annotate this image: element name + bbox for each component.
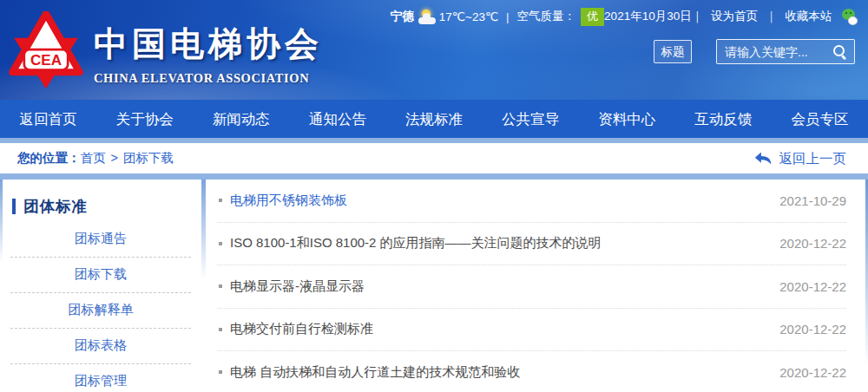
- weather-city: 宁德: [391, 9, 414, 24]
- nav-item-standards[interactable]: 法规标准: [385, 100, 482, 138]
- breadcrumb-current: 团标下载: [123, 151, 174, 165]
- back-arrow-icon: [754, 151, 773, 166]
- breadcrumb-home-link[interactable]: 首页: [81, 151, 106, 165]
- content-area: 团体标准 团标通告 团标下载 团标解释单 团标表格 团标管理 电梯用不锈钢装饰板…: [0, 180, 868, 392]
- nav-item-publicity[interactable]: 公共宣导: [483, 100, 579, 138]
- brand-block: 中国电梯协会 CHINA ELEVATOR ASSOCIATION: [94, 21, 323, 86]
- breadcrumb: 您的位置：首页>团标下载 返回上一页: [0, 143, 868, 173]
- sidebar-item-management[interactable]: 团标管理: [10, 364, 191, 392]
- search-category-button[interactable]: 标题: [654, 40, 692, 63]
- site-header: CEA 中国电梯协会 CHINA ELEVATOR ASSOCIATION 宁德…: [0, 0, 868, 100]
- search-icon[interactable]: [832, 43, 849, 61]
- divider-strip-bottom: [0, 173, 868, 180]
- list-item-title[interactable]: 电梯交付前自行检测标准: [230, 321, 373, 337]
- breadcrumb-separator: >: [111, 151, 118, 165]
- separator: ｜: [766, 9, 777, 24]
- sidebar-item-forms[interactable]: 团标表格: [10, 329, 191, 364]
- list-item-date: 2020-12-22: [762, 279, 846, 294]
- cea-star-icon: CEA: [7, 11, 85, 91]
- list-item[interactable]: 电梯显示器-液晶显示器 2020-12-22: [217, 265, 846, 309]
- standards-list: 电梯用不锈钢装饰板 2021-10-29 ISO 8100-1和ISO 8100…: [217, 180, 846, 392]
- current-date: 2021年10月30日｜: [604, 9, 703, 24]
- sidebar-title: 团体标准: [12, 196, 201, 217]
- set-homepage-link[interactable]: 设为首页: [711, 9, 758, 24]
- nav-item-notices[interactable]: 通知公告: [289, 100, 385, 138]
- list-item-date: 2020-12-22: [762, 365, 846, 380]
- bullet-icon: [219, 328, 222, 331]
- list-item-date: 2021-10-29: [762, 193, 846, 208]
- list-item-title[interactable]: 电梯 自动扶梯和自动人行道土建的技术规范和验收: [230, 364, 520, 381]
- search-input[interactable]: [717, 45, 832, 59]
- bullet-icon: [219, 242, 222, 245]
- list-item[interactable]: 电梯 自动扶梯和自动人行道土建的技术规范和验收 2020-12-22: [217, 351, 846, 392]
- site-title-en: CHINA ELEVATOR ASSOCIATION: [94, 71, 323, 86]
- top-info-bar: 宁德 17℃~23℃ | 空气质量： 优 2021年10月30日｜ 设为首页 ｜…: [391, 8, 858, 25]
- nav-item-feedback[interactable]: 互动反馈: [675, 100, 772, 138]
- title-accent-bar: [12, 199, 16, 214]
- bullet-icon: [219, 370, 222, 374]
- cea-logo[interactable]: CEA: [7, 11, 85, 91]
- temperature-range: 17℃~23℃: [439, 10, 498, 23]
- sidebar-title-text: 团体标准: [23, 196, 88, 217]
- list-item-date: 2020-12-22: [762, 322, 846, 336]
- air-quality-label: 空气质量：: [517, 9, 576, 24]
- sun-cloud-icon: [418, 10, 434, 24]
- list-item-title[interactable]: ISO 8100-1和ISO 8100-2 的应用指南——关注问题的技术的说明: [230, 235, 602, 252]
- bullet-icon: [219, 199, 222, 202]
- list-item-title[interactable]: 电梯显示器-液晶显示器: [230, 278, 365, 295]
- list-item-date: 2020-12-22: [762, 236, 846, 251]
- site-title: 中国电梯协会: [94, 21, 323, 68]
- nav-item-resources[interactable]: 资料中心: [579, 100, 675, 138]
- nav-item-home[interactable]: 返回首页: [0, 100, 96, 138]
- sidebar: 团体标准 团标通告 团标下载 团标解释单 团标表格 团标管理: [0, 180, 201, 392]
- list-item[interactable]: 电梯用不锈钢装饰板 2021-10-29: [217, 180, 846, 223]
- back-link-label: 返回上一页: [779, 143, 847, 173]
- list-item[interactable]: 电梯交付前自行检测标准 2020-12-22: [217, 309, 846, 352]
- separator: |: [506, 10, 510, 23]
- logo-text: CEA: [30, 52, 62, 69]
- bullet-icon: [219, 284, 222, 288]
- nav-item-members[interactable]: 会员专区: [772, 100, 868, 138]
- sidebar-divider: [201, 180, 206, 279]
- sidebar-item-downloads[interactable]: 团标下载: [10, 258, 191, 293]
- breadcrumb-label: 您的位置：: [17, 151, 81, 165]
- add-favorite-link[interactable]: 收藏本站: [785, 9, 832, 24]
- wechat-icon[interactable]: [842, 9, 858, 25]
- sidebar-item-notices[interactable]: 团标通告: [10, 222, 191, 258]
- list-item-title[interactable]: 电梯用不锈钢装饰板: [230, 193, 347, 209]
- main-nav: 返回首页 关于协会 新闻动态 通知公告 法规标准 公共宣导 资料中心 互动反馈 …: [0, 100, 868, 138]
- search-box: [716, 39, 855, 64]
- back-to-previous-link[interactable]: 返回上一页: [754, 143, 847, 173]
- list-item[interactable]: ISO 8100-1和ISO 8100-2 的应用指南——关注问题的技术的说明 …: [217, 223, 846, 266]
- nav-item-news[interactable]: 新闻动态: [193, 100, 289, 138]
- nav-item-about[interactable]: 关于协会: [96, 100, 193, 138]
- air-quality-badge: 优: [581, 8, 604, 26]
- search-area: 标题: [654, 39, 855, 64]
- sidebar-item-interpretation[interactable]: 团标解释单: [10, 293, 191, 329]
